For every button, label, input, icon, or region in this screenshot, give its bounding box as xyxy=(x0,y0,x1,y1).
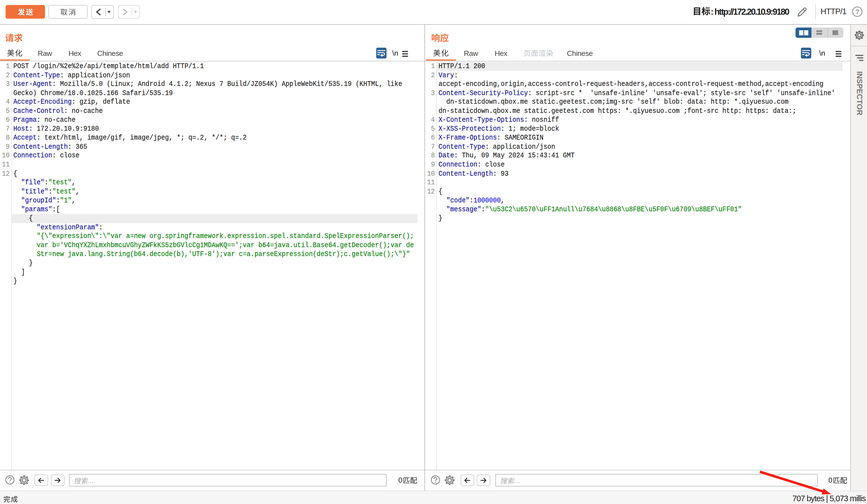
svg-text:?: ? xyxy=(855,8,859,15)
